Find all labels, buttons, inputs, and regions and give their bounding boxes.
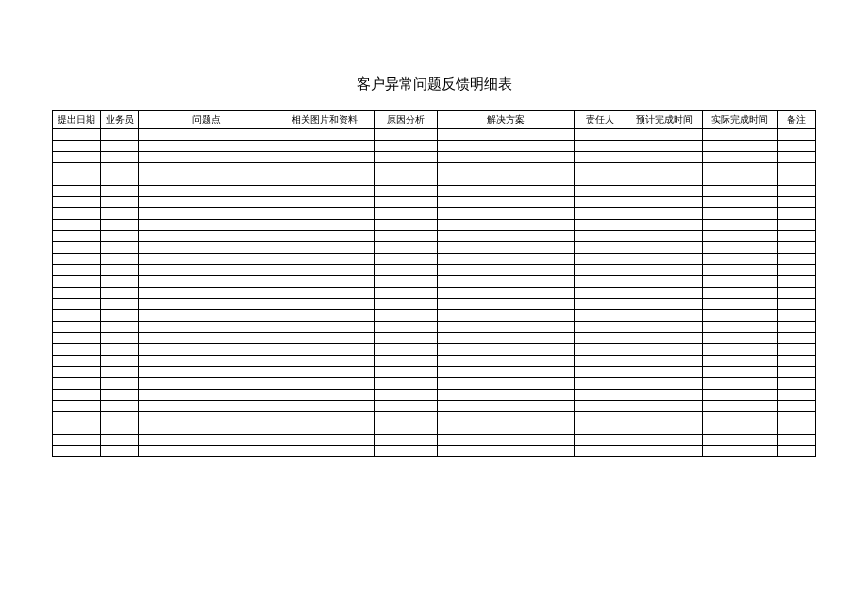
table-cell xyxy=(275,197,375,208)
table-cell xyxy=(777,367,815,378)
table-row xyxy=(53,208,816,220)
table-cell xyxy=(275,435,375,446)
table-cell xyxy=(275,333,375,344)
table-row xyxy=(53,322,816,333)
table-cell xyxy=(101,423,139,435)
table-header-row: 提出日期 业务员 问题点 相关图片和资料 原因分析 解决方案 责任人 预计完成时… xyxy=(53,111,816,129)
table-cell xyxy=(777,163,815,174)
table-cell xyxy=(626,435,702,446)
table-cell xyxy=(374,333,437,344)
table-cell xyxy=(626,141,702,152)
table-cell xyxy=(53,356,101,367)
table-cell xyxy=(101,299,139,310)
table-cell xyxy=(702,220,777,231)
col-header-owner: 责任人 xyxy=(574,111,626,129)
table-cell xyxy=(574,299,626,310)
table-cell xyxy=(374,208,437,220)
col-header-eta: 预计完成时间 xyxy=(626,111,702,129)
table-cell xyxy=(275,367,375,378)
table-cell xyxy=(374,435,437,446)
table-cell xyxy=(437,310,574,322)
table-row xyxy=(53,174,816,186)
table-cell xyxy=(702,174,777,186)
table-cell xyxy=(777,333,815,344)
table-cell xyxy=(574,242,626,254)
table-cell xyxy=(101,378,139,390)
table-row xyxy=(53,254,816,265)
table-cell xyxy=(626,423,702,435)
page-title: 客户异常问题反馈明细表 xyxy=(52,75,816,93)
table-cell xyxy=(139,299,275,310)
table-cell xyxy=(626,220,702,231)
table-cell xyxy=(574,208,626,220)
table-cell xyxy=(101,344,139,356)
table-cell xyxy=(374,423,437,435)
table-cell xyxy=(139,220,275,231)
table-cell xyxy=(275,378,375,390)
table-cell xyxy=(275,322,375,333)
table-cell xyxy=(574,174,626,186)
table-cell xyxy=(275,288,375,299)
table-cell xyxy=(777,231,815,242)
table-cell xyxy=(777,344,815,356)
table-cell xyxy=(626,129,702,141)
table-cell xyxy=(702,435,777,446)
table-cell xyxy=(574,344,626,356)
table-cell xyxy=(53,186,101,197)
table-cell xyxy=(139,141,275,152)
table-cell xyxy=(437,242,574,254)
table-cell xyxy=(574,412,626,423)
table-row xyxy=(53,129,816,141)
table-cell xyxy=(777,254,815,265)
table-cell xyxy=(139,378,275,390)
table-cell xyxy=(139,242,275,254)
table-cell xyxy=(626,378,702,390)
table-cell xyxy=(702,186,777,197)
table-cell xyxy=(777,322,815,333)
table-cell xyxy=(275,186,375,197)
table-cell xyxy=(437,220,574,231)
table-row xyxy=(53,141,816,152)
table-cell xyxy=(275,254,375,265)
table-cell xyxy=(702,152,777,163)
table-cell xyxy=(437,254,574,265)
table-cell xyxy=(702,276,777,288)
table-cell xyxy=(574,276,626,288)
table-row xyxy=(53,412,816,423)
table-cell xyxy=(574,254,626,265)
table-cell xyxy=(53,141,101,152)
table-row xyxy=(53,276,816,288)
table-row xyxy=(53,401,816,412)
table-cell xyxy=(101,254,139,265)
col-header-issue: 问题点 xyxy=(139,111,275,129)
table-cell xyxy=(53,344,101,356)
table-cell xyxy=(437,152,574,163)
table-cell xyxy=(101,129,139,141)
table-cell xyxy=(702,367,777,378)
table-cell xyxy=(101,186,139,197)
table-cell xyxy=(437,435,574,446)
col-header-date: 提出日期 xyxy=(53,111,101,129)
table-cell xyxy=(626,310,702,322)
table-cell xyxy=(374,231,437,242)
table-cell xyxy=(626,152,702,163)
table-cell xyxy=(574,152,626,163)
table-cell xyxy=(437,231,574,242)
col-header-note: 备注 xyxy=(777,111,815,129)
table-cell xyxy=(374,276,437,288)
table-cell xyxy=(139,401,275,412)
table-cell xyxy=(101,208,139,220)
table-cell xyxy=(777,220,815,231)
table-cell xyxy=(702,390,777,401)
table-cell xyxy=(101,401,139,412)
table-cell xyxy=(437,141,574,152)
table-cell xyxy=(777,299,815,310)
table-cell xyxy=(626,276,702,288)
table-cell xyxy=(626,174,702,186)
table-cell xyxy=(275,163,375,174)
table-cell xyxy=(574,220,626,231)
table-cell xyxy=(374,265,437,276)
table-cell xyxy=(777,288,815,299)
table-cell xyxy=(626,322,702,333)
table-cell xyxy=(574,367,626,378)
